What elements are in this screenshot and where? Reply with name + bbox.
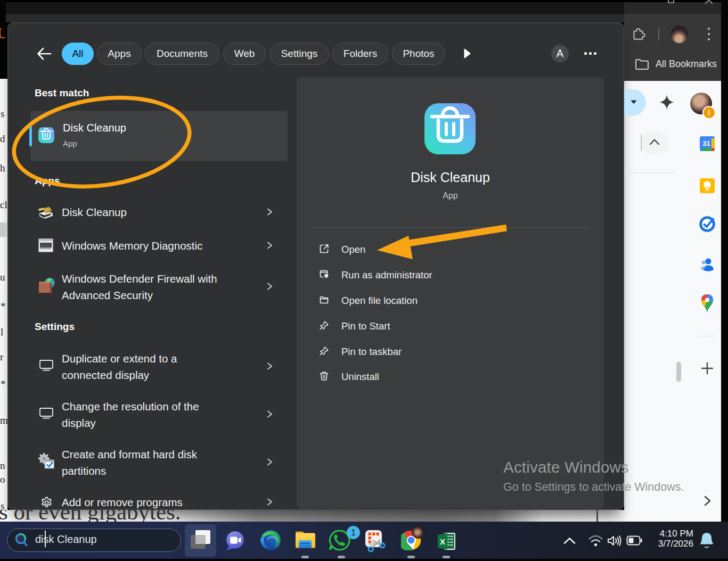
svg-text:31: 31 — [703, 140, 710, 147]
svg-text:X: X — [440, 537, 445, 546]
